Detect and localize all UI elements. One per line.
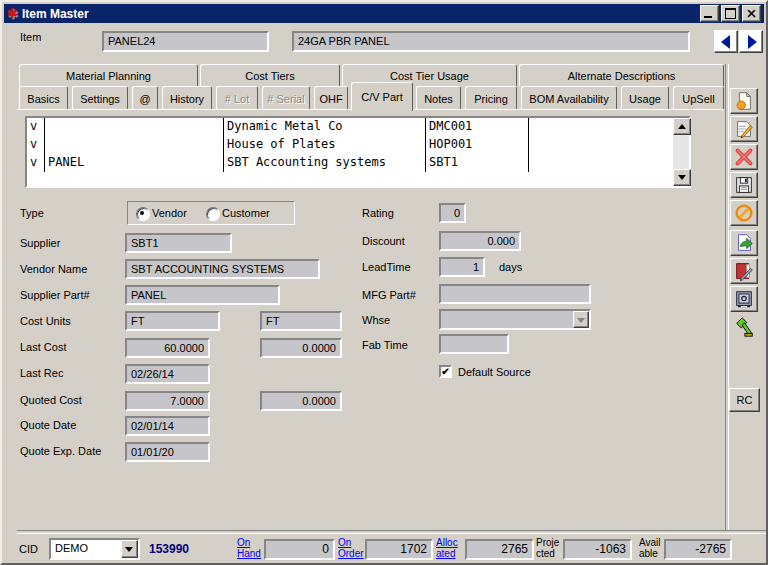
gavel-button[interactable] (730, 314, 758, 340)
last-rec-field[interactable]: 02/26/14 (125, 364, 210, 384)
tab-bom-availability[interactable]: BOM Availability (521, 86, 617, 110)
source-grid[interactable]: v Dynamic Metal Co DMC001 v House of Pla… (25, 116, 691, 188)
delete-record-icon (733, 146, 755, 168)
item-master-window: ✱ Item Master Item PANEL24 24GA PBR PANE… (0, 0, 768, 565)
last-rec-label: Last Rec (20, 367, 63, 379)
grid-scrollbar[interactable] (673, 118, 689, 186)
quote-date-label: Quote Date (20, 419, 76, 431)
on-hand-value: 0 (264, 539, 335, 560)
leadtime-field[interactable]: 1 (439, 257, 485, 277)
allocated-link[interactable]: Allocated (436, 537, 458, 559)
discount-field[interactable]: 0.000 (439, 231, 521, 251)
tab-pricing[interactable]: Pricing (465, 86, 517, 110)
on-order-link[interactable]: OnOrder (338, 537, 364, 559)
record-id: 153990 (149, 542, 189, 556)
quote-exp-date-field[interactable]: 01/01/20 (125, 442, 210, 462)
table-row[interactable]: v House of Plates HOP001 (27, 136, 689, 154)
tab-material-planning[interactable]: Material Planning (19, 64, 198, 86)
save-record-button[interactable] (730, 172, 758, 198)
window-title: Item Master (22, 7, 89, 21)
last-cost-field-1[interactable]: 60.0000 (125, 338, 210, 358)
cell-type: v (27, 154, 45, 172)
item-description-field[interactable]: 24GA PBR PANEL (292, 31, 690, 52)
prev-item-button[interactable] (714, 30, 738, 53)
vendor-radio[interactable] (136, 207, 150, 221)
tab-cv-part[interactable]: C/V Part (351, 82, 413, 111)
copy-record-button[interactable] (730, 230, 758, 256)
vault-button[interactable] (730, 286, 758, 312)
vendor-name-label: Vendor Name (20, 263, 87, 275)
next-item-button[interactable] (739, 30, 763, 53)
type-label: Type (20, 207, 44, 219)
tab-lot: # Lot (216, 86, 258, 110)
close-button[interactable] (742, 5, 761, 22)
customer-radio[interactable] (206, 207, 220, 221)
cid-dropdown-button[interactable] (121, 540, 138, 558)
whse-combo[interactable] (439, 309, 591, 330)
last-cost-label: Last Cost (20, 341, 66, 353)
leadtime-units-label: days (499, 261, 522, 273)
cell-vendor-code: DMC001 (426, 118, 529, 136)
tab-settings[interactable]: Settings (72, 86, 128, 110)
close-icon (747, 10, 756, 18)
triangle-down-icon (678, 175, 686, 180)
tab-history[interactable]: History (162, 86, 212, 110)
new-document-button[interactable] (730, 88, 758, 114)
tab-at[interactable]: @ (132, 86, 158, 110)
check-icon: ✔ (441, 366, 449, 377)
cell-extra (529, 118, 654, 136)
edit-record-button[interactable] (730, 116, 758, 142)
cost-units-field-1[interactable]: FT (125, 311, 220, 331)
available-value: -2765 (664, 539, 732, 560)
cost-units-field-2[interactable]: FT (260, 311, 342, 331)
fab-time-field[interactable] (439, 334, 509, 354)
vendor-name-field[interactable]: SBT ACCOUNTING SYSTEMS (125, 259, 320, 279)
quote-date-field[interactable]: 02/01/14 (125, 416, 210, 436)
supplier-field[interactable]: SBT1 (125, 233, 232, 253)
quoted-cost-field-2[interactable]: 0.0000 (260, 391, 342, 411)
supplier-label: Supplier (20, 237, 60, 249)
tab-ohf[interactable]: OHF (314, 86, 348, 110)
rc-button[interactable]: RC (729, 388, 760, 412)
save-record-icon (733, 174, 755, 196)
table-row[interactable]: v Dynamic Metal Co DMC001 (27, 118, 689, 136)
supplier-part-field[interactable]: PANEL (125, 285, 280, 305)
item-code-field[interactable]: PANEL24 (102, 31, 269, 52)
default-source-checkbox[interactable]: ✔ (439, 365, 452, 378)
type-groupbox: Vendor Customer (127, 201, 295, 225)
whse-dropdown-button[interactable] (573, 311, 589, 328)
tab-basics[interactable]: Basics (19, 86, 68, 110)
cell-vendor-code: SBT1 (426, 154, 529, 172)
minimize-button[interactable] (700, 5, 719, 22)
cancel-button[interactable] (730, 200, 758, 226)
edit-record-icon (733, 118, 755, 140)
cell-extra (529, 136, 654, 154)
cell-type: v (27, 118, 45, 136)
vault-icon (733, 288, 755, 310)
title-bar[interactable]: ✱ Item Master (4, 4, 764, 23)
supplier-part-label: Supplier Part# (20, 289, 90, 301)
scroll-down-button[interactable] (673, 169, 691, 186)
tab-upsell[interactable]: UpSell (673, 86, 724, 110)
rating-field[interactable]: 0 (439, 203, 466, 223)
table-row[interactable]: v PANEL SBT Accounting systems SBT1 (27, 154, 689, 172)
arrow-left-icon (721, 35, 730, 49)
tab-notes[interactable]: Notes (416, 86, 461, 110)
tab-usage[interactable]: Usage (621, 86, 669, 110)
tab-alternate-descriptions[interactable]: Alternate Descriptions (519, 64, 724, 86)
tab-cost-tiers[interactable]: Cost Tiers (200, 64, 340, 86)
scroll-up-button[interactable] (673, 118, 691, 135)
mfg-part-field[interactable] (439, 284, 591, 304)
quoted-cost-label: Quoted Cost (20, 394, 82, 406)
edit-notes-button[interactable] (730, 258, 758, 284)
delete-record-button[interactable] (730, 144, 758, 170)
arrow-right-icon (748, 35, 757, 49)
maximize-button[interactable] (721, 5, 740, 22)
discount-label: Discount (362, 235, 405, 247)
quoted-cost-field-1[interactable]: 7.0000 (125, 391, 210, 411)
cell-item: PANEL (45, 154, 224, 172)
last-cost-field-2[interactable]: 0.0000 (260, 338, 342, 358)
customer-radio-label: Customer (222, 207, 270, 219)
cell-vendor-code: HOP001 (426, 136, 529, 154)
on-hand-link[interactable]: OnHand (237, 537, 261, 559)
